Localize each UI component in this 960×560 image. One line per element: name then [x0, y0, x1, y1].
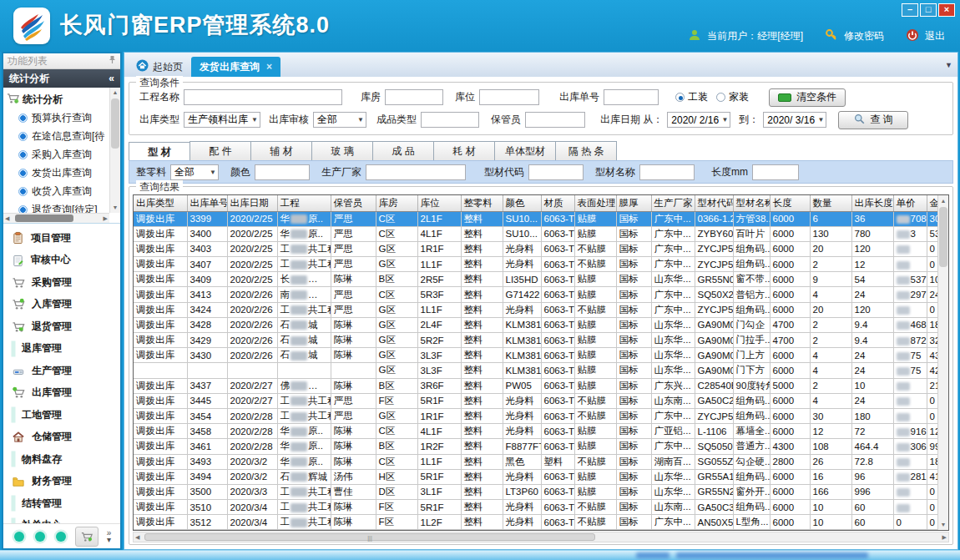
sidebar-item-home[interactable]: 仓储管理 [3, 426, 120, 449]
tab-close-icon[interactable]: × [266, 61, 272, 73]
tab-overflow-icon[interactable]: ▼ [945, 61, 952, 69]
change-password-link[interactable]: 修改密码 [844, 29, 884, 43]
sidebar-item-dot[interactable]: 退库管理 [3, 338, 120, 361]
table-row[interactable]: G区3L3F整料KLM38176063-T5贴膜国标山东华...GA90M09.… [134, 363, 948, 378]
material-tab[interactable]: 单体型材 [494, 141, 556, 160]
table-row[interactable]: 调拨出库35002020/3/3工共工程曹佳D区3L1F整料LT3P606063… [134, 484, 948, 499]
pin-icon[interactable] [109, 55, 116, 67]
table-row[interactable]: 调拨出库35122020/3/4工共工程陈琳F区1L2F整料光身料6063-T5… [134, 515, 948, 530]
column-header[interactable]: 出库日期 [227, 195, 277, 211]
tree-item[interactable]: 采购入库查询 [7, 145, 109, 164]
sidebar-item-cart-out[interactable]: 出库管理 [3, 382, 120, 405]
table-row[interactable]: 调拨出库34932020/3/2华原..陈琳C区1L1F整料黑色塑料不贴膜国标湖… [134, 454, 948, 469]
column-header[interactable]: 整零料 [461, 195, 503, 211]
column-header[interactable]: 工程 [277, 195, 331, 211]
tree-hscroll-thumb[interactable] [15, 214, 73, 222]
date-from-picker[interactable]: 2020/ 2/16▼ [667, 112, 730, 128]
table-row[interactable]: 调拨出库35102020/3/4工共工程陈琳F区5R1F整料光身料6063-T5… [134, 500, 948, 515]
scroll-down-icon[interactable]: ▼ [110, 203, 120, 213]
close-button[interactable]: × [938, 3, 955, 17]
sidebar-item-cart[interactable]: 采购管理 [3, 271, 120, 294]
color-input[interactable] [255, 164, 310, 180]
sidebar-item-dot[interactable]: 物料盘存 [3, 448, 120, 471]
grid-vscroll-thumb[interactable] [939, 207, 947, 267]
material-tab[interactable]: 隔 热 条 [555, 141, 617, 160]
keeper-input[interactable] [525, 112, 585, 128]
sidebar-item-clipboard2[interactable]: 审核中心 [3, 250, 120, 272]
table-row[interactable]: 调拨出库33992020/2/25华原..严思C区2L1F整料SU10...60… [134, 211, 948, 226]
order-no-input[interactable] [604, 89, 659, 105]
grid-hscroll-thumb[interactable]: ||| [144, 533, 595, 541]
table-row[interactable]: 调拨出库34072020/2/25工共工程严思G区1L1F整料光身料6063-T… [134, 257, 948, 272]
scroll-right-icon[interactable]: ▶ [104, 214, 108, 223]
out-type-select[interactable]: 生产领料出库▼ [184, 112, 260, 128]
column-header[interactable]: 库位 [417, 195, 461, 211]
maximize-button[interactable]: □ [920, 3, 937, 17]
column-header[interactable]: 出库单号 [187, 195, 227, 211]
tree-item[interactable]: 收货入库查询 [7, 182, 109, 200]
grid-vertical-scrollbar[interactable]: ▲ ▼ [937, 195, 948, 530]
scroll-up-icon[interactable]: ▲ [110, 88, 120, 98]
footer-dot-icon-3[interactable] [56, 532, 66, 542]
table-row[interactable]: 调拨出库34612020/2/28华原..陈琳B区1R2F整料F8877FT60… [134, 439, 948, 454]
search-button[interactable]: 查 询 [838, 111, 908, 129]
tree-item[interactable]: 发货出库查询 [7, 164, 109, 182]
sidebar-item-dot[interactable]: 补单中心 [3, 515, 120, 524]
footer-dot-icon-2[interactable] [35, 532, 45, 542]
column-header[interactable]: 材质 [541, 195, 574, 211]
material-tab[interactable]: 耗 材 [433, 141, 495, 160]
location-input[interactable] [479, 89, 539, 105]
tree-scroll-thumb[interactable] [111, 98, 119, 149]
footer-more-button[interactable]: »▾ [107, 530, 112, 543]
radio-work-clothing[interactable]: 工装 [675, 90, 708, 104]
material-tab[interactable]: 成 品 [372, 141, 434, 160]
length-input[interactable] [752, 164, 799, 180]
table-row[interactable]: 调拨出库34292020/2/26石城陈琳G区5R2F整料KLM38176063… [134, 333, 948, 348]
tab-home[interactable]: 起始页 [128, 57, 191, 77]
profile-code-input[interactable] [528, 164, 584, 180]
column-header[interactable]: 出库长度 [851, 195, 893, 211]
grid-horizontal-scrollbar[interactable]: ◀ ||| ▶ [133, 532, 949, 542]
tree-root-statistics[interactable]: 统计分析 [7, 90, 109, 108]
table-row[interactable]: 调拨出库34032020/2/25工共工程严思G区1R1F整料光身料6063-T… [134, 241, 948, 256]
table-row[interactable]: 调拨出库34942020/3/2石辉城汤伟H区5R1F整料光身料6063-T5贴… [134, 469, 948, 484]
sidebar-item-machine[interactable]: 生产管理 [3, 360, 120, 382]
tree-item[interactable]: 在途信息查询[待 [7, 127, 109, 145]
tree-horizontal-scrollbar[interactable]: ◀ ▶ [3, 213, 109, 223]
profile-name-input[interactable] [639, 164, 695, 180]
material-tab[interactable]: 辅 材 [250, 141, 312, 160]
section-header-statistics[interactable]: 统计分析 « [3, 69, 120, 88]
column-header[interactable]: 长度 [770, 195, 810, 211]
table-row[interactable]: 调拨出库34302020/2/26石城陈琳G区3L3F整料KLM38176063… [134, 348, 948, 363]
column-header[interactable]: 型材名称 [733, 195, 770, 211]
column-header[interactable]: 膜厚 [616, 195, 651, 211]
material-tab[interactable]: 型 材 [129, 142, 190, 160]
table-row[interactable]: 调拨出库34542020/2/28工共工程严思G区1R1F整料光身料6063-T… [134, 408, 948, 423]
scroll-down-icon[interactable]: ▼ [938, 519, 948, 530]
table-row[interactable]: 调拨出库34282020/2/26石城陈琳G区2L4F整料KLM38176063… [134, 317, 948, 332]
scroll-left-icon[interactable]: ◀ [135, 533, 139, 542]
scroll-right-icon[interactable]: ▶ [942, 533, 947, 542]
table-row[interactable]: 调拨出库34582020/2/28华原..陈琳C区4L1F整料光身料6063-T… [134, 424, 948, 439]
table-row[interactable]: 调拨出库34372020/2/27佛…陈琳B区3R6F整料PW056063-T5… [134, 378, 948, 393]
table-row[interactable]: 调拨出库34242020/2/26工共工程严思G区1L1F整料光身料6063-T… [134, 302, 948, 317]
sidebar-item-dot[interactable]: 结转管理 [3, 492, 120, 515]
table-row[interactable]: 调拨出库34132020/2/26南…严思C区5R3F整料G714226063-… [134, 287, 948, 302]
column-header[interactable]: 表面处理 [574, 195, 616, 211]
footer-dot-icon-1[interactable] [14, 532, 24, 542]
column-header[interactable]: 单价 [893, 195, 927, 211]
tab-shipping-outbound-query[interactable]: 发货出库查询 × [191, 57, 280, 77]
table-row[interactable]: 调拨出库34002020/2/25华原..严思C区4L1F整料SU10...60… [134, 226, 948, 241]
column-header[interactable]: 生产厂家 [651, 195, 695, 211]
tree-vertical-scrollbar[interactable]: ▲ ▼ [109, 88, 120, 213]
audit-select[interactable]: 全部▼ [313, 112, 366, 128]
sidebar-item-cart-in[interactable]: 入库管理 [3, 294, 120, 316]
footer-cart-button[interactable] [75, 527, 99, 547]
logout-link[interactable]: 退出 [925, 29, 945, 43]
date-to-picker[interactable]: 2020/ 3/16▼ [763, 112, 826, 128]
warehouse-input[interactable] [385, 89, 443, 105]
tree-item[interactable]: 预算执行查询 [7, 108, 109, 127]
column-header[interactable]: 数量 [810, 195, 851, 211]
sidebar-item-cart-back[interactable]: 退货管理 [3, 315, 120, 338]
sidebar-item-clipboard[interactable]: 项目管理 [3, 227, 120, 250]
